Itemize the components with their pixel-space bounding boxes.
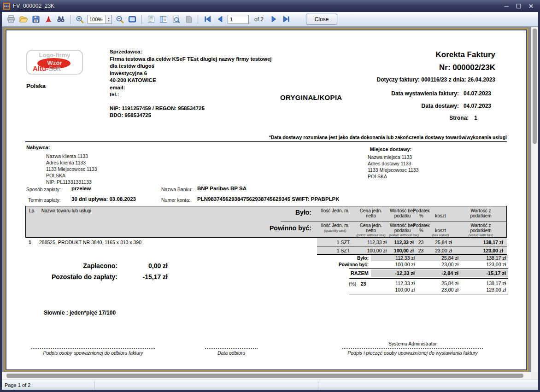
item-should-qty: 1 SZT. — [317, 248, 352, 253]
thumbnails-view-icon[interactable] — [159, 15, 168, 24]
find-icon[interactable] — [56, 15, 65, 24]
zoom-spinner[interactable]: ▲▼ — [106, 15, 112, 23]
col-lp-header: Lp. — [29, 208, 35, 213]
vat-rate-value: 23 — [361, 281, 366, 287]
col-price-header: Cena jedn. netto — [353, 209, 389, 218]
page-value: 1 — [474, 115, 477, 121]
buyer-block: Nazwa klienta 1133 Adres klienta 1133 11… — [46, 153, 97, 185]
close-button[interactable]: Close — [306, 14, 337, 25]
item-was-price: 112,33 zł — [352, 240, 388, 245]
zoom-level-input[interactable] — [88, 15, 106, 23]
watermark-icon[interactable] — [184, 15, 193, 24]
payment-method-value: przelew — [71, 186, 91, 191]
issue-date-row: Data wystawienia faktury: 04.07.2023 — [391, 90, 491, 97]
delivery-place-line: Adres dostawy 1133 — [368, 160, 432, 167]
seller-line: tel.: — [110, 91, 271, 99]
company-logo: Logo-firmy Wzór Altu-Soft — [26, 50, 83, 75]
seller-line: email: — [110, 84, 271, 92]
item-was-qty: 1 SZT. — [317, 240, 352, 245]
header-row-should: Ilość Jedn. m.(quantity unit) Cena jedn.… — [317, 223, 507, 238]
delivery-note: *Data dostawy rozumiana jest jako data d… — [269, 135, 507, 140]
vat-was-net: 112,33 zł — [371, 281, 417, 286]
window-title: FV_000002_23K — [13, 3, 54, 9]
items-table-header: Lp. Nazwa towaru lub usługi Było: Powinn… — [25, 206, 507, 238]
item-should-price: 100,00 zł — [352, 248, 388, 253]
horizontal-scrollbar-thumb[interactable] — [6, 374, 523, 378]
issue-date-value: 04.07.2023 — [464, 90, 491, 97]
delivery-date-value: 04.07.2023 — [464, 103, 491, 109]
paid-value: 0,00 zł — [120, 262, 168, 269]
titlebar[interactable]: swp FV_000002_23K ─ ☐ ✕ — [0, 0, 540, 12]
seller-country: Polska — [26, 82, 46, 89]
seller-line: 40-200 KATOWICE — [110, 77, 271, 84]
maximize-button[interactable]: ☐ — [516, 3, 521, 10]
total-row: -12,33 zł -2,84 zł -15,17 zł — [371, 269, 508, 277]
item-was-vat: 25,84 zł — [426, 240, 454, 245]
account-label: Numer konta: — [161, 197, 190, 203]
save-icon[interactable] — [31, 15, 41, 24]
page-row: Strona: 1 — [449, 115, 477, 121]
close-window-button[interactable]: ✕ — [528, 3, 534, 10]
signature-line — [31, 348, 155, 349]
nav-prev-icon[interactable] — [215, 15, 224, 24]
open-icon[interactable] — [19, 15, 28, 24]
header-row-was: Ilość Jedn. m. Cena jedn. netto Wartość … — [317, 209, 507, 218]
nav-first-icon[interactable] — [203, 15, 212, 24]
minimize-button[interactable]: ─ — [504, 3, 508, 10]
item-should-net: 100,00 zł — [388, 248, 416, 253]
fit-page-icon[interactable] — [128, 15, 137, 24]
col-qty-header: Ilość Jedn. m.(quantity unit) — [317, 223, 353, 238]
signature-receiver-label: Podpis osoby upoważnionej do odbioru fak… — [31, 350, 155, 356]
summary-should-net: 100,00 zł — [371, 262, 417, 267]
delivery-place-block: Miejsce dostawy: Nazwa miejsca 1133 Adre… — [349, 146, 432, 180]
page-setup-icon[interactable] — [171, 15, 181, 24]
bank-name-value: BNP Paribas BP SA — [197, 186, 247, 191]
signature-line — [342, 348, 483, 349]
buyer-line: Nazwa klienta 1133 — [46, 153, 97, 159]
vertical-scrollbar-thumb[interactable] — [533, 29, 537, 144]
page-number-input[interactable] — [228, 15, 249, 24]
item-was-pct: 23 — [416, 240, 426, 245]
vat-rate-mark: (%) — [349, 281, 356, 287]
item-was-net: 112,33 zł — [388, 240, 416, 245]
print-icon[interactable] — [6, 15, 16, 24]
vertical-scrollbar[interactable] — [531, 27, 538, 372]
should-label: Powinno być: — [219, 224, 311, 232]
vat-should-gross: 123,00 zł — [461, 287, 508, 293]
total-gross: -15,17 zł — [461, 270, 508, 276]
vat-was-vat: 25,84 zł — [417, 281, 461, 286]
paid-label: Zapłacono: — [25, 262, 117, 269]
export-pdf-icon[interactable] — [44, 15, 53, 24]
summary-was-label: Było: — [276, 256, 369, 261]
summary-should-gross: 123,00 zł — [461, 262, 508, 267]
vat-breakdown-was-row: 112,33 zł 25,84 zł 138,17 zł — [371, 280, 508, 287]
item-row-should: 1 SZT. 100,00 zł 100,00 zł 23 23,00 zł 1… — [317, 246, 507, 255]
outline-view-icon[interactable] — [147, 15, 156, 24]
window-border-bottom — [0, 390, 540, 392]
summary-was-row: 112,33 zł 25,84 zł 138,17 zł — [371, 255, 508, 261]
seller-bdo: BDO: 958534725 — [110, 112, 271, 119]
scrollbar-corner — [531, 372, 538, 380]
col-tax-header: Podatek% — [416, 223, 427, 238]
page-count-label: of 2 — [254, 16, 264, 23]
col-gross-header: Wartość z podatkiem(value with tax) — [454, 223, 507, 238]
item-should-pct: 23 — [416, 248, 426, 253]
buyer-line: Adres klienta 1133 — [46, 159, 97, 166]
signature-date-label: Data odbioru — [205, 350, 258, 356]
seller-line: dla testów długoś — [110, 63, 271, 70]
col-vat-header: koszt(tax value) — [427, 223, 454, 238]
delivery-date-label: Data dostawy: — [422, 103, 459, 109]
zoom-out-icon[interactable] — [115, 15, 124, 24]
issuer-name: Systemu Administrator — [342, 341, 483, 346]
buyer-line: NIP: PL11331331133 — [46, 179, 97, 185]
col-price-header: Cena jedn. netto(price without tax) — [353, 223, 389, 238]
nav-last-icon[interactable] — [282, 15, 291, 24]
nav-next-icon[interactable] — [269, 15, 278, 24]
statusbar-page-text: Page 1 of 2 — [5, 382, 30, 388]
zoom-in-icon[interactable] — [75, 15, 84, 24]
col-gross-header: Wartość z podatkiem — [454, 209, 507, 218]
horizontal-scrollbar[interactable] — [2, 372, 531, 380]
zoom-level-combo[interactable]: ▲▼ — [88, 15, 112, 24]
item-row-was: 1 SZT. 112,33 zł 112,33 zł 23 25,84 zł 1… — [317, 238, 507, 246]
statusbar-separator — [318, 381, 318, 389]
